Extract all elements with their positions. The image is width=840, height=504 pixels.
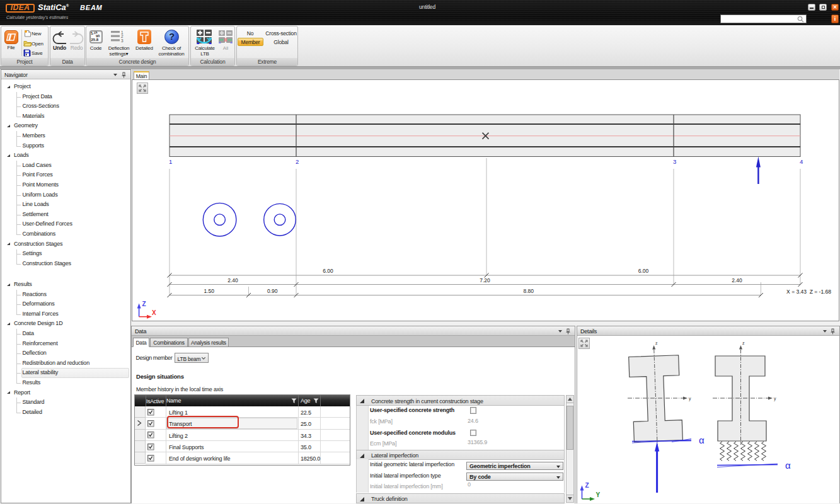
svg-text:6.00: 6.00 — [638, 268, 649, 274]
svg-text:2: 2 — [296, 158, 299, 165]
svg-text:3: 3 — [121, 38, 124, 43]
svg-text:α: α — [699, 435, 705, 445]
svg-text:8.80: 8.80 — [523, 288, 534, 294]
svg-text:1.50: 1.50 — [204, 288, 214, 294]
svg-text:Z: Z — [585, 482, 589, 489]
svg-text:X = 3.43 Z = -1.68: X = 3.43 Z = -1.68 — [786, 289, 831, 295]
svg-text:α: α — [785, 460, 791, 471]
svg-text:y: y — [774, 396, 776, 401]
svg-text:1: 1 — [169, 158, 172, 165]
svg-text:3: 3 — [673, 158, 676, 165]
svg-text:Y: Y — [596, 491, 601, 498]
svg-text:Z: Z — [142, 301, 146, 307]
svg-text:7.20: 7.20 — [480, 277, 490, 284]
svg-text:2.40: 2.40 — [227, 277, 238, 284]
svg-text:4: 4 — [800, 158, 803, 165]
svg-text:X: X — [152, 309, 156, 316]
svg-text:z: z — [655, 341, 658, 345]
svg-text:0.90: 0.90 — [267, 288, 278, 294]
svg-text:6.00: 6.00 — [323, 268, 333, 274]
svg-text:z: z — [742, 341, 745, 345]
svg-text:y: y — [689, 396, 691, 401]
svg-text:2.40: 2.40 — [732, 277, 742, 284]
